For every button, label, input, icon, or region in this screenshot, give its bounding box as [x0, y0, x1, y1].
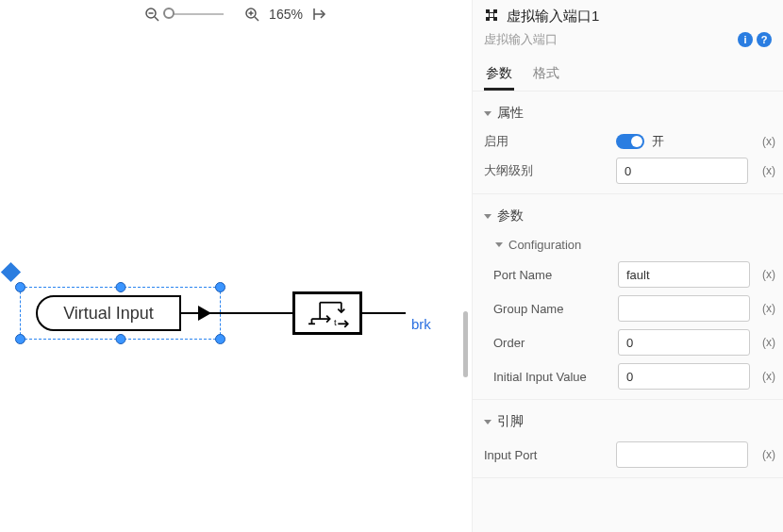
expression-button[interactable]: (x): [758, 164, 779, 177]
row-order: Order (x): [473, 325, 783, 359]
row-label: Initial Input Value: [493, 370, 614, 384]
port-label[interactable]: brk: [411, 316, 431, 332]
subsection-header-config[interactable]: Configuration: [473, 232, 783, 258]
section-title: 参数: [497, 208, 524, 224]
resize-handle[interactable]: [215, 334, 225, 344]
resize-handle[interactable]: [15, 282, 25, 292]
breaker-block[interactable]: t: [292, 291, 362, 335]
expression-button[interactable]: (x): [758, 370, 779, 383]
chevron-down-icon: [484, 111, 491, 116]
section-header-pins[interactable]: 引脚: [473, 406, 783, 438]
row-port-name: Port Name (x): [473, 258, 783, 291]
tab-format[interactable]: 格式: [531, 59, 561, 91]
port-name-input[interactable]: [618, 261, 750, 288]
panel-subtitle: 虚拟输入端口: [484, 31, 558, 48]
panel-title: 虚拟输入端口1: [507, 8, 599, 25]
outline-level-input[interactable]: [616, 158, 748, 184]
properties-panel: 虚拟输入端口1 虚拟输入端口 i ? 参数 格式 属性 启用 开 (x): [472, 0, 783, 532]
help-icon[interactable]: ?: [757, 32, 772, 47]
section-params: 参数 Configuration Port Name (x) Group Nam…: [473, 194, 783, 400]
zoom-slider[interactable]: [169, 13, 235, 15]
virtual-input-block[interactable]: Virtual Input: [36, 295, 181, 331]
expression-button[interactable]: (x): [758, 336, 779, 349]
zoom-out-icon[interactable]: [142, 5, 161, 24]
zoom-value: 165%: [269, 7, 303, 22]
info-icon[interactable]: i: [738, 32, 753, 47]
section-pins: 引脚 Input Port (x): [473, 400, 783, 478]
row-outline-level: 大纲级别 (x): [473, 154, 783, 188]
initial-input-value-input[interactable]: [618, 363, 750, 390]
panel-tabs: 参数 格式: [473, 56, 783, 91]
wire[interactable]: [362, 312, 406, 314]
zoom-in-icon[interactable]: [242, 5, 261, 24]
resize-handle[interactable]: [115, 334, 125, 344]
expression-button[interactable]: (x): [758, 302, 779, 315]
enable-toggle[interactable]: [616, 134, 644, 149]
row-label: Order: [493, 336, 614, 350]
tab-params[interactable]: 参数: [484, 59, 514, 91]
wire-arrow-icon: [198, 306, 211, 321]
zoom-toolbar: 165%: [0, 3, 472, 25]
section-title: 属性: [497, 105, 524, 122]
fit-width-icon[interactable]: [310, 5, 329, 24]
svg-rect-21: [490, 13, 494, 18]
row-label: 大纲级别: [484, 162, 612, 179]
group-name-input[interactable]: [618, 295, 750, 322]
chevron-down-icon: [484, 214, 491, 219]
section-attributes: 属性 启用 开 (x) 大纲级别 (x): [473, 91, 783, 194]
expression-button[interactable]: (x): [758, 268, 779, 281]
expression-button[interactable]: (x): [758, 135, 779, 148]
component-type-icon: [484, 8, 499, 25]
section-header-attributes[interactable]: 属性: [473, 97, 783, 129]
resize-handle[interactable]: [215, 282, 225, 292]
canvas-area: 165% Virtual Input: [0, 0, 472, 532]
chevron-down-icon: [495, 242, 503, 247]
svg-text:t: t: [334, 317, 337, 327]
chevron-down-icon: [484, 420, 491, 424]
row-enable: 启用 开 (x): [473, 129, 783, 154]
svg-line-4: [255, 17, 258, 21]
rotation-handle-icon[interactable]: [1, 262, 21, 282]
order-input[interactable]: [618, 329, 750, 356]
resize-handle[interactable]: [15, 334, 25, 344]
resize-handle[interactable]: [115, 282, 125, 292]
scrollbar[interactable]: [463, 311, 468, 377]
row-label: Group Name: [493, 302, 614, 316]
subsection-title: Configuration: [508, 238, 581, 252]
row-initial-input: Initial Input Value (x): [473, 359, 783, 393]
svg-line-1: [155, 17, 158, 21]
block-label: Virtual Input: [63, 304, 154, 324]
input-port-input[interactable]: [616, 441, 748, 468]
row-label: 启用: [484, 133, 612, 150]
section-title: 引脚: [497, 413, 524, 430]
diagram-canvas[interactable]: Virtual Input t brk: [0, 28, 472, 532]
toggle-state-label: 开: [652, 133, 664, 150]
row-label: Port Name: [493, 268, 614, 282]
row-input-port: Input Port (x): [473, 438, 783, 472]
expression-button[interactable]: (x): [758, 448, 779, 461]
row-label: Input Port: [484, 448, 612, 462]
row-group-name: Group Name (x): [473, 291, 783, 325]
section-header-params[interactable]: 参数: [473, 200, 783, 232]
